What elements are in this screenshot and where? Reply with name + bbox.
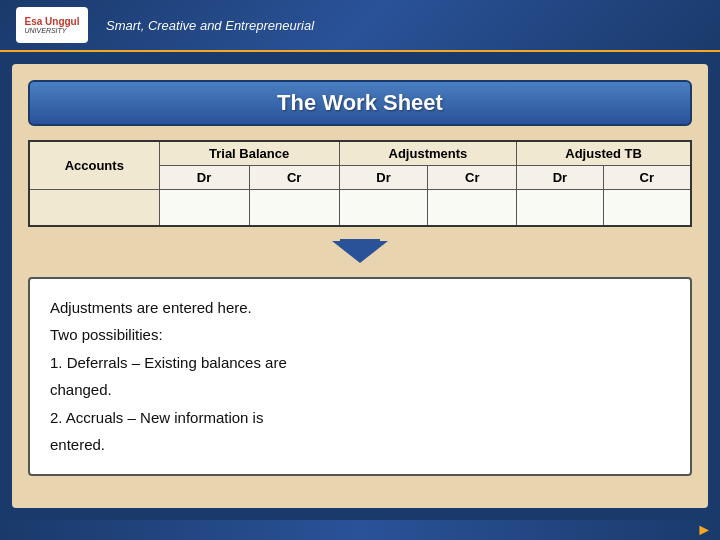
accounts-header: Accounts	[29, 141, 159, 190]
data-cell	[603, 190, 691, 226]
logo-box: Esa Unggul UNIVERSITY	[16, 7, 88, 43]
nav-arrow-icon[interactable]: ►	[696, 521, 712, 539]
trial-cr-header: Cr	[249, 166, 339, 190]
data-cell	[428, 190, 517, 226]
info-line-1: Adjustments are entered here.	[50, 295, 670, 321]
logo-text: Esa Unggul	[24, 16, 79, 27]
trial-balance-header: Trial Balance	[159, 141, 339, 166]
table-row	[29, 190, 691, 226]
down-arrow-icon	[332, 241, 388, 263]
atb-dr-header: Dr	[517, 166, 603, 190]
info-line-4: changed.	[50, 377, 670, 403]
info-line-6: entered.	[50, 432, 670, 458]
data-cell	[249, 190, 339, 226]
adj-cr-header: Cr	[428, 166, 517, 190]
info-line-5: 2. Accruals – New information is	[50, 405, 670, 431]
info-line-2: Two possibilities:	[50, 322, 670, 348]
bottom-bar: ►	[0, 520, 720, 540]
arrow-area	[28, 241, 692, 263]
data-cell	[517, 190, 603, 226]
data-cell	[159, 190, 249, 226]
worksheet-table: Accounts Trial Balance Adjustments Adjus…	[28, 140, 692, 227]
info-line-3: 1. Deferrals – Existing balances are	[50, 350, 670, 376]
account-cell	[29, 190, 159, 226]
logo-area: Esa Unggul UNIVERSITY Smart, Creative an…	[16, 7, 314, 43]
adjustments-header: Adjustments	[339, 141, 516, 166]
page-title: The Work Sheet	[28, 80, 692, 126]
adjusted-tb-header: Adjusted TB	[517, 141, 691, 166]
adj-dr-header: Dr	[339, 166, 428, 190]
info-box: Adjustments are entered here. Two possib…	[28, 277, 692, 476]
tagline: Smart, Creative and Entrepreneurial	[106, 18, 314, 33]
data-cell	[339, 190, 428, 226]
logo-sub: UNIVERSITY	[24, 27, 79, 34]
header: Esa Unggul UNIVERSITY Smart, Creative an…	[0, 0, 720, 52]
main-content: The Work Sheet Accounts Trial Balance Ad…	[12, 64, 708, 508]
atb-cr-header: Cr	[603, 166, 691, 190]
trial-dr-header: Dr	[159, 166, 249, 190]
